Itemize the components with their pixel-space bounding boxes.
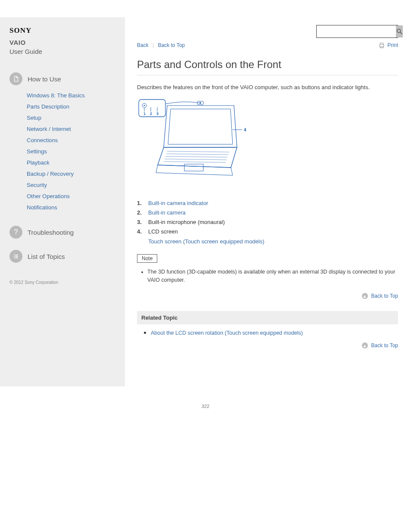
callout-3: Built-in microphone (monaural) bbox=[148, 219, 225, 225]
search-input[interactable] bbox=[317, 25, 396, 37]
sidebar-item-parts[interactable]: Parts Description bbox=[27, 103, 69, 110]
svg-text:1: 1 bbox=[143, 112, 146, 116]
search-button[interactable] bbox=[396, 25, 403, 37]
main-content: Back | Back to Top Print Parts and Contr… bbox=[125, 17, 411, 386]
sidebar-item-windows8[interactable]: Windows 8: The Basics bbox=[27, 92, 85, 99]
callout-4b[interactable]: Touch screen (Touch screen equipped mode… bbox=[148, 238, 265, 245]
page-number: 322 bbox=[0, 404, 411, 409]
callout-2[interactable]: Built-in camera bbox=[148, 209, 186, 216]
sidebar: SONY VAIO User Guide How to Use Windows … bbox=[0, 17, 125, 386]
sidebar-item-settings[interactable]: Settings bbox=[27, 148, 47, 155]
svg-text:3: 3 bbox=[156, 112, 159, 116]
copyright: © 2012 Sony Corporation bbox=[9, 280, 116, 285]
note-label: Note bbox=[137, 254, 157, 263]
svg-text:2: 2 bbox=[150, 112, 152, 116]
note-list: The 3D function (3D-capable models) is a… bbox=[147, 268, 398, 285]
crumb-back[interactable]: Back bbox=[137, 42, 149, 48]
arrow-up-icon: ▲ bbox=[362, 342, 368, 348]
svg-rect-4 bbox=[15, 256, 18, 257]
sidebar-item-setup[interactable]: Setup bbox=[27, 115, 41, 121]
svg-line-25 bbox=[165, 159, 227, 160]
crumb-back-top[interactable]: Back to Top bbox=[158, 42, 185, 48]
brand-logo: SONY bbox=[9, 25, 116, 36]
search-box bbox=[316, 25, 398, 38]
sidebar-item-backup[interactable]: Backup / Recovery bbox=[27, 171, 74, 177]
svg-line-26 bbox=[164, 162, 226, 162]
callout-list: Built-in camera indicator Built-in camer… bbox=[137, 199, 398, 246]
arrow-up-icon: ▲ bbox=[362, 293, 368, 299]
print-icon bbox=[379, 42, 385, 48]
related-heading: Related Topic bbox=[137, 311, 398, 324]
sidebar-section-label: How to Use bbox=[28, 75, 61, 83]
sidebar-section-label: Troubleshooting bbox=[28, 229, 74, 236]
related-topic: Related Topic About the LCD screen rotat… bbox=[137, 311, 398, 336]
diagram-laptop-front: 1 2 3 4 bbox=[137, 98, 398, 186]
title-divider bbox=[137, 75, 398, 75]
callout-1[interactable]: Built-in camera indicator bbox=[148, 200, 208, 206]
svg-line-24 bbox=[165, 156, 227, 157]
svg-line-23 bbox=[166, 154, 228, 155]
svg-line-22 bbox=[167, 151, 229, 152]
search-icon bbox=[396, 28, 403, 35]
print-button[interactable]: Print bbox=[379, 42, 398, 48]
sidebar-item-notifications[interactable]: Notifications bbox=[27, 204, 57, 211]
svg-point-19 bbox=[199, 102, 201, 104]
goto-top-2[interactable]: Back to Top bbox=[371, 342, 398, 348]
svg-point-7 bbox=[397, 29, 401, 33]
list-icon bbox=[9, 250, 22, 263]
svg-rect-2 bbox=[15, 255, 18, 255]
svg-point-11 bbox=[144, 105, 145, 106]
note-item: The 3D function (3D-capable models) is a… bbox=[147, 268, 398, 285]
breadcrumb: Back | Back to Top Print bbox=[137, 42, 398, 48]
sidebar-section-howto[interactable]: How to Use bbox=[9, 72, 116, 85]
print-label: Print bbox=[387, 42, 398, 48]
lead-paragraph: Describes the features on the front of t… bbox=[137, 83, 398, 92]
sidebar-section-troubleshoot[interactable]: ? Troubleshooting bbox=[9, 226, 116, 239]
callout-4a: LCD screen bbox=[148, 228, 178, 235]
product-subtitle: User Guide bbox=[9, 48, 116, 55]
sidebar-item-playback[interactable]: Playback bbox=[27, 159, 50, 166]
svg-rect-6 bbox=[15, 258, 18, 258]
sidebar-section-contents[interactable]: List of Topics bbox=[9, 250, 116, 263]
related-link-1[interactable]: About the LCD screen rotation (Touch scr… bbox=[151, 330, 303, 336]
svg-text:4: 4 bbox=[244, 128, 246, 132]
doc-icon bbox=[9, 72, 22, 85]
svg-text:SONY: SONY bbox=[9, 26, 31, 34]
page-title: Parts and Controls on the Front bbox=[137, 59, 398, 71]
sidebar-section-label: List of Topics bbox=[28, 253, 65, 260]
sidebar-item-network[interactable]: Network / Internet bbox=[27, 126, 71, 132]
sidebar-links-list: Windows 8: The Basics Parts Description … bbox=[9, 91, 116, 211]
svg-rect-1 bbox=[14, 255, 15, 255]
svg-rect-5 bbox=[14, 258, 15, 258]
sidebar-item-security[interactable]: Security bbox=[27, 182, 47, 188]
product-name: VAIO bbox=[9, 39, 116, 46]
goto-top[interactable]: Back to Top bbox=[371, 293, 398, 299]
sidebar-item-other[interactable]: Other Operations bbox=[27, 193, 70, 199]
svg-line-8 bbox=[400, 32, 402, 34]
sidebar-item-connections[interactable]: Connections bbox=[27, 137, 58, 143]
svg-rect-27 bbox=[184, 164, 203, 171]
question-icon: ? bbox=[9, 226, 22, 239]
svg-rect-3 bbox=[14, 256, 15, 257]
